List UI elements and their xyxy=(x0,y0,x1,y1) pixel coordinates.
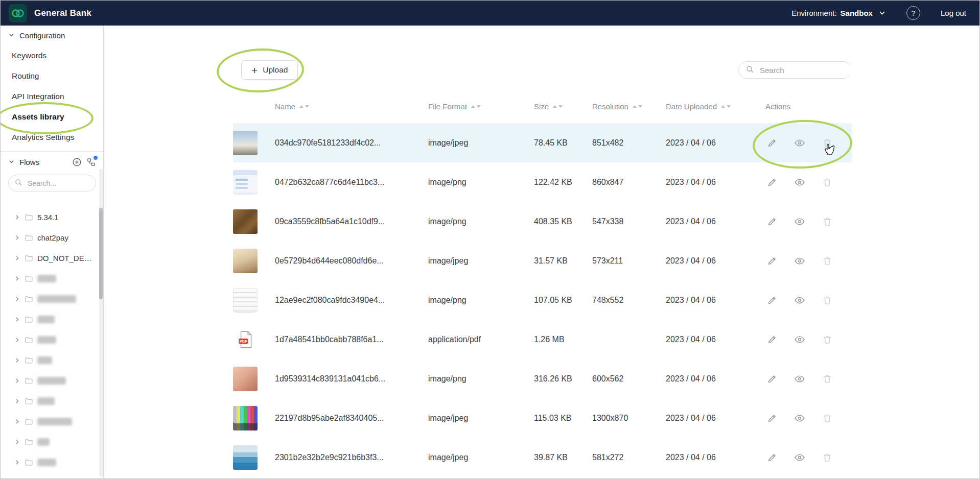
folder-item-do-not-dele[interactable]: DO_NOT_DELE... xyxy=(1,248,103,268)
delete-button[interactable] xyxy=(821,136,834,150)
folder-item-chat2pay[interactable]: chat2pay xyxy=(1,227,103,248)
row-actions xyxy=(765,451,852,464)
asset-format: image/jpeg xyxy=(428,453,534,462)
sidebar-search-input[interactable] xyxy=(27,179,88,188)
column-header-file-format[interactable]: File Format xyxy=(428,102,534,111)
table-row[interactable]: 12ae9ec2f080ca9fdc3490e4... image/png 10… xyxy=(233,280,852,320)
flows-section-header[interactable]: Flows xyxy=(1,152,103,171)
sidebar-search[interactable] xyxy=(8,175,96,191)
assets-search[interactable] xyxy=(738,61,852,79)
edit-button[interactable] xyxy=(765,294,779,307)
edit-button[interactable] xyxy=(765,176,779,189)
edit-button[interactable] xyxy=(765,215,779,228)
sort-icon[interactable] xyxy=(471,105,481,108)
table-row[interactable]: 034dc970fe5181233df4c02... image/jpeg 78… xyxy=(233,123,852,162)
edit-button[interactable] xyxy=(765,136,779,150)
table-row[interactable]: 09ca3559c8fb5a64a1c10df9... image/png 40… xyxy=(233,202,852,241)
sort-icon[interactable] xyxy=(299,105,309,108)
configuration-section-header[interactable]: Configuration xyxy=(1,26,103,43)
folder-item-redacted[interactable] xyxy=(1,411,103,432)
chevron-right-icon[interactable] xyxy=(14,214,20,221)
folder-item-redacted[interactable] xyxy=(1,432,103,452)
upload-button[interactable]: + Upload xyxy=(241,60,298,80)
chevron-right-icon[interactable] xyxy=(14,377,20,384)
environment-selector[interactable]: Environment: Sandbox xyxy=(791,9,886,17)
delete-button[interactable] xyxy=(821,176,834,189)
folder-item-redacted[interactable] xyxy=(1,309,103,329)
delete-button[interactable] xyxy=(821,451,834,464)
chevron-right-icon[interactable] xyxy=(14,275,20,282)
table-row[interactable]: 22197d8b95abe2af8340405... image/jpeg 11… xyxy=(233,398,852,438)
chevron-right-icon[interactable] xyxy=(14,439,20,445)
edit-button[interactable] xyxy=(765,412,779,425)
preview-button[interactable] xyxy=(793,412,806,425)
chevron-right-icon[interactable] xyxy=(14,459,20,466)
asset-name: 22197d8b95abe2af8340405... xyxy=(275,414,428,423)
chevron-right-icon[interactable] xyxy=(14,398,20,404)
pencil-icon xyxy=(767,452,778,463)
delete-button[interactable] xyxy=(821,254,834,268)
sidebar-scrollbar-thumb[interactable] xyxy=(99,208,103,299)
preview-button[interactable] xyxy=(793,176,806,189)
edit-button[interactable] xyxy=(765,372,779,386)
preview-button[interactable] xyxy=(793,254,806,268)
logout-button[interactable]: Log out xyxy=(941,9,966,17)
chevron-right-icon[interactable] xyxy=(14,296,20,302)
preview-button[interactable] xyxy=(793,451,806,464)
add-flow-button[interactable] xyxy=(72,157,82,167)
row-actions xyxy=(765,294,852,307)
pencil-icon xyxy=(767,177,778,187)
folder-item-redacted[interactable] xyxy=(1,329,103,350)
pencil-icon xyxy=(767,255,778,266)
folder-item-redacted[interactable] xyxy=(1,350,103,370)
redacted-label xyxy=(37,295,76,303)
preview-button[interactable] xyxy=(793,136,806,150)
sort-icon[interactable] xyxy=(633,105,642,108)
chevron-right-icon[interactable] xyxy=(14,255,20,261)
chevron-right-icon[interactable] xyxy=(14,337,20,343)
folder-item-5-34-1[interactable]: 5.34.1 xyxy=(1,207,103,227)
column-header-date-uploaded[interactable]: Date Uploaded xyxy=(666,102,765,111)
help-button[interactable]: ? xyxy=(906,6,920,20)
table-row[interactable]: 2301b2e32b2e9c921b6b3f3... image/jpeg 39… xyxy=(233,438,852,477)
folder-item-redacted[interactable] xyxy=(1,391,103,411)
chevron-right-icon[interactable] xyxy=(14,234,20,241)
delete-button[interactable] xyxy=(821,412,834,425)
folder-item-redacted[interactable] xyxy=(1,268,103,289)
flows-view-icon[interactable] xyxy=(86,157,96,167)
sidebar-item-keywords[interactable]: Keywords xyxy=(1,45,103,66)
folder-item-redacted[interactable] xyxy=(1,452,103,472)
delete-button[interactable] xyxy=(821,294,834,307)
column-header-size[interactable]: Size xyxy=(534,102,592,111)
table-row[interactable]: 0472b632ca877c6d4e11bc3... image/png 122… xyxy=(233,162,852,202)
chevron-right-icon[interactable] xyxy=(14,418,20,425)
table-row[interactable]: PDF 1d7a48541bb0cabb788f6a1... applicati… xyxy=(233,320,852,359)
folder-item-redacted[interactable] xyxy=(1,289,103,309)
preview-button[interactable] xyxy=(793,215,806,228)
sidebar-item-api-integration[interactable]: API Integration xyxy=(1,86,103,107)
preview-button[interactable] xyxy=(793,333,806,346)
preview-button[interactable] xyxy=(793,372,806,386)
sidebar-item-routing[interactable]: Routing xyxy=(1,66,103,86)
sidebar-item-assets-library[interactable]: Assets library xyxy=(1,107,103,127)
delete-button[interactable] xyxy=(821,372,834,386)
edit-button[interactable] xyxy=(765,451,779,464)
table-row[interactable]: 0e5729b4d644eec080dfd6e... image/jpeg 31… xyxy=(233,241,852,280)
upload-button-label: Upload xyxy=(263,65,288,75)
edit-button[interactable] xyxy=(765,254,779,268)
column-header-name[interactable]: Name xyxy=(275,102,428,111)
folder-item-redacted[interactable] xyxy=(1,370,103,391)
delete-button[interactable] xyxy=(821,333,834,346)
sort-icon[interactable] xyxy=(553,105,563,108)
delete-button[interactable] xyxy=(821,215,834,228)
sort-icon[interactable] xyxy=(721,105,731,108)
chevron-right-icon[interactable] xyxy=(14,316,20,323)
column-header-resolution[interactable]: Resolution xyxy=(592,102,666,111)
edit-button[interactable] xyxy=(765,333,779,346)
table-row[interactable]: 1d9539314c839131a041cb6... image/png 316… xyxy=(233,359,852,398)
preview-button[interactable] xyxy=(793,294,806,307)
chevron-right-icon[interactable] xyxy=(14,357,20,364)
sidebar-item-analytics-settings[interactable]: Analytics Settings xyxy=(1,127,103,148)
assets-search-input[interactable] xyxy=(759,65,862,75)
column-header-actions[interactable]: Actions xyxy=(765,102,852,111)
